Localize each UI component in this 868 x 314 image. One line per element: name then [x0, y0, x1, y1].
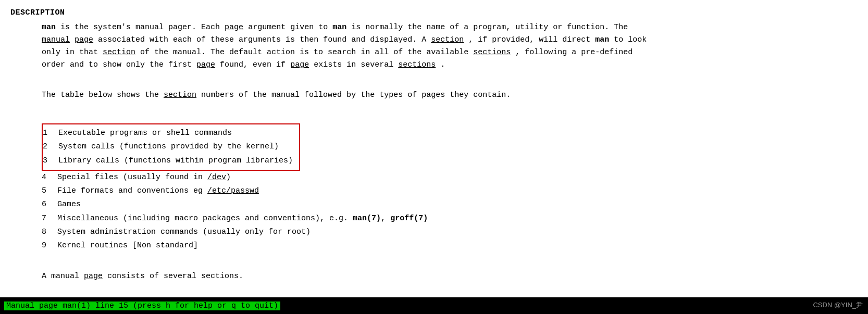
row-desc-2: System calls (functions provided by the …	[58, 140, 293, 154]
page-link-3[interactable]: page	[196, 60, 215, 69]
page-link-2[interactable]: page	[75, 35, 93, 44]
man7-bold: man(7)	[353, 214, 381, 223]
row-desc-1: Executable programs or shell commands	[58, 127, 293, 140]
p1-text-8: only in that	[42, 48, 103, 57]
p1-text-12: found, even if	[220, 60, 290, 69]
row-num-9: 9	[42, 239, 57, 253]
row-desc-6: Games	[57, 198, 858, 211]
p1-text-13: exists in several	[314, 60, 398, 69]
man-bold-3: man	[595, 35, 609, 44]
section-table: 1 Executable programs or shell commands …	[42, 123, 858, 253]
p1-text-3: is normally the name of a program, utili…	[351, 23, 628, 32]
page-link-1[interactable]: page	[225, 23, 243, 32]
description-heading: DESCRIPTION	[10, 8, 858, 17]
highlighted-section: 1 Executable programs or shell commands …	[42, 123, 300, 171]
p2-text-1: The table below shows the	[42, 91, 164, 99]
p1-text-14: .	[440, 60, 445, 69]
p1-text-7: to look	[614, 35, 647, 44]
section-link-2[interactable]: section	[103, 48, 135, 57]
p1-text-11: order and to show only the first	[42, 60, 196, 69]
table-row: 2 System calls (functions provided by th…	[43, 140, 293, 154]
sections-link-1[interactable]: sections	[473, 48, 511, 57]
status-text: Manual page man(1) line 15 (press h for …	[4, 302, 280, 310]
p1-text-5: associated with each of these arguments …	[98, 35, 431, 44]
paragraph-2: The table below shows the section number…	[42, 89, 858, 102]
paragraph-1: man is the system's manual pager. Each p…	[42, 21, 858, 71]
page-link-4[interactable]: page	[290, 60, 309, 69]
row-desc-7: Miscellaneous (including macro packages …	[57, 212, 858, 225]
section-link-3[interactable]: section	[164, 91, 196, 99]
row-desc-5: File formats and conventions eg /etc/pas…	[57, 184, 858, 198]
table-row: 4 Special files (usually found in /dev)	[42, 171, 858, 184]
table-row: 6 Games	[42, 198, 858, 211]
paragraph-3: A manual page consists of several sectio…	[42, 270, 858, 283]
passwd-link[interactable]: /etc/passwd	[207, 186, 259, 195]
manual-link[interactable]: manual	[42, 35, 70, 44]
sections-link-2[interactable]: sections	[398, 60, 436, 69]
row-num-8: 8	[42, 225, 57, 239]
row-desc-3: Library calls (functions within program …	[58, 154, 293, 168]
csdn-watermark: CSDN @YIN_尹	[813, 300, 863, 310]
section-link-1[interactable]: section	[431, 35, 464, 44]
table-row: 7 Miscellaneous (including macro package…	[42, 212, 858, 225]
man-bold-2: man	[332, 23, 346, 32]
status-bar: Manual page man(1) line 15 (press h for …	[0, 297, 868, 314]
p1-text-6: , if provided, will direct	[468, 35, 595, 44]
row-num-3: 3	[43, 154, 58, 168]
row-desc-4: Special files (usually found in /dev)	[57, 171, 858, 184]
row-num-5: 5	[42, 184, 57, 198]
row-num-1: 1	[43, 127, 58, 140]
row-desc-8: System administration commands (usually …	[57, 225, 858, 239]
man-bold-1: man	[42, 23, 56, 32]
groff7-bold: groff(7)	[390, 214, 428, 223]
dev-link[interactable]: /dev	[207, 173, 226, 182]
p3-text-1: A manual	[42, 272, 84, 281]
p2-text-2: numbers of the manual followed by the ty…	[201, 91, 511, 99]
p1-text-9: of the manual. The default action is to …	[140, 48, 473, 57]
main-content: DESCRIPTION man is the system's manual p…	[0, 0, 868, 314]
p1-text-2: argument given to	[248, 23, 332, 32]
p1-text-10: , following a pre-defined	[515, 48, 633, 57]
page-link-5[interactable]: page	[84, 272, 103, 281]
table-row: 1 Executable programs or shell commands	[43, 127, 293, 140]
row-num-7: 7	[42, 212, 57, 225]
row-desc-9: Kernel routines [Non standard]	[57, 239, 858, 253]
row-num-2: 2	[43, 140, 58, 154]
table-row: 8 System administration commands (usuall…	[42, 225, 858, 239]
p3-text-2: consists of several sections.	[107, 272, 243, 281]
row-num-4: 4	[42, 171, 57, 184]
table-row: 3 Library calls (functions within progra…	[43, 154, 293, 168]
table-row: 5 File formats and conventions eg /etc/p…	[42, 184, 858, 198]
table-row: 9 Kernel routines [Non standard]	[42, 239, 858, 253]
p1-text-1: is the system's manual pager. Each	[60, 23, 225, 32]
row-num-6: 6	[42, 198, 57, 211]
